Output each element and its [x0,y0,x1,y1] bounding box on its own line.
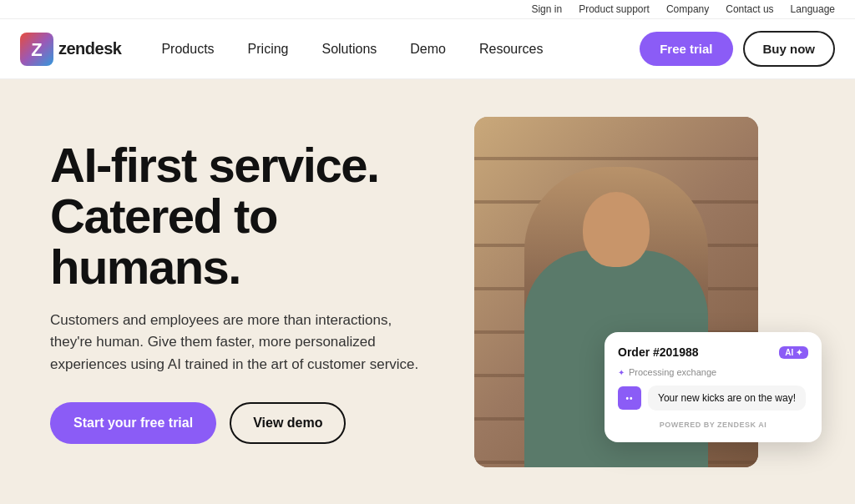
view-demo-button[interactable]: View demo [230,402,346,444]
hero-heading-line3: humans. [50,239,240,294]
hero-heading-line2: Catered to [50,189,277,243]
main-navigation: Z zendesk Products Pricing Solutions Dem… [0,19,855,79]
svg-text:Z: Z [31,39,42,60]
hero-subtext: Customers and employees are more than in… [50,310,428,375]
chat-card-header: Order #201988 AI ✦ [618,345,808,359]
hero-right-content: Order #201988 AI ✦ Processing exchange •… [428,117,805,467]
free-trial-button[interactable]: Free trial [640,32,732,66]
chat-bubble-icon: •• [618,386,641,410]
processing-text: Processing exchange [629,367,716,377]
processing-status: Processing exchange [618,367,808,377]
chat-message: Your new kicks are on the way! [648,386,806,411]
hero-heading-line1: AI-first service. [50,138,379,192]
ai-badge: AI ✦ [779,346,808,359]
order-label: Order #201988 [618,345,699,359]
powered-by-label: POWERED BY ZENDESK AI [618,421,808,429]
chat-dots-icon: •• [625,394,633,403]
zendesk-logo-icon: Z [20,33,53,66]
product-support-link[interactable]: Product support [579,3,650,15]
nav-products[interactable]: Products [148,35,227,63]
utility-bar: Sign in Product support Company Contact … [0,0,855,19]
buy-now-button[interactable]: Buy now [743,31,836,67]
nav-actions: Free trial Buy now [640,31,835,67]
contact-us-link[interactable]: Contact us [726,3,773,15]
nav-solutions[interactable]: Solutions [308,35,390,63]
logo-text: zendesk [58,39,121,58]
sign-in-link[interactable]: Sign in [531,3,562,15]
hero-left-content: AI-first service. Catered to humans. Cus… [50,140,428,444]
nav-demo[interactable]: Demo [397,35,459,63]
hero-section: AI-first service. Catered to humans. Cus… [0,79,855,504]
chat-card: Order #201988 AI ✦ Processing exchange •… [605,332,822,442]
chat-bubble-row: •• Your new kicks are on the way! [618,386,808,411]
nav-pricing[interactable]: Pricing [235,35,302,63]
person-head [583,192,650,267]
hero-buttons: Start your free trial View demo [50,402,428,444]
language-link[interactable]: Language [791,3,835,15]
hero-heading: AI-first service. Catered to humans. [50,140,428,293]
company-link[interactable]: Company [666,3,709,15]
nav-resources[interactable]: Resources [466,35,556,63]
logo[interactable]: Z zendesk [20,33,121,66]
start-trial-button[interactable]: Start your free trial [50,402,216,444]
nav-links: Products Pricing Solutions Demo Resource… [148,35,640,63]
